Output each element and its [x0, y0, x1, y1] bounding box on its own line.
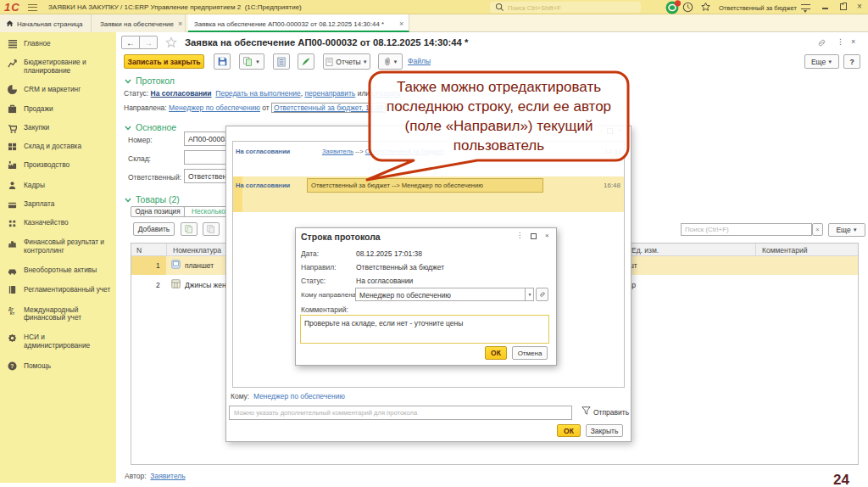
svg-text:?: ?: [10, 363, 14, 369]
svg-text:Кт: Кт: [10, 311, 15, 315]
